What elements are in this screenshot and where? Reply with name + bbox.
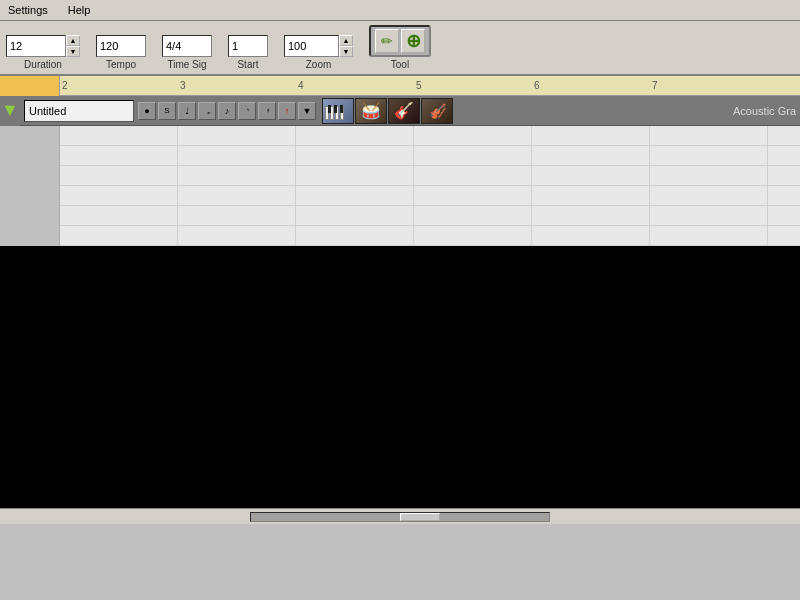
zoom-up-btn[interactable]: ▲ bbox=[339, 35, 353, 46]
grid-row-3 bbox=[60, 166, 800, 186]
cell-6-3[interactable] bbox=[296, 226, 414, 246]
note-whole-btn[interactable]: ♩ bbox=[178, 102, 196, 120]
zoom-down-btn[interactable]: ▼ bbox=[339, 46, 353, 57]
duration-input[interactable] bbox=[6, 35, 66, 57]
menu-bar: Settings Help bbox=[0, 0, 800, 21]
zoom-spinner: ▲ ▼ bbox=[339, 35, 353, 57]
note-half-btn[interactable]: 𝅗 bbox=[198, 102, 216, 120]
grid-row-1 bbox=[60, 126, 800, 146]
tool-label: Tool bbox=[391, 59, 409, 70]
cell-2-1[interactable] bbox=[60, 146, 178, 166]
cell-3-3[interactable] bbox=[296, 166, 414, 186]
tempo-group: Tempo bbox=[96, 35, 146, 70]
cell-4-6[interactable] bbox=[650, 186, 768, 206]
cell-6-6[interactable] bbox=[650, 226, 768, 246]
tempo-label: Tempo bbox=[106, 59, 136, 70]
start-label: Start bbox=[237, 59, 258, 70]
cell-5-6[interactable] bbox=[650, 206, 768, 226]
piano-roll-icon[interactable] bbox=[322, 98, 354, 124]
cell-5-2[interactable] bbox=[178, 206, 296, 226]
menu-help[interactable]: Help bbox=[64, 3, 95, 17]
mute-btn[interactable]: ● bbox=[138, 102, 156, 120]
cell-1-4[interactable] bbox=[414, 126, 532, 146]
track-row: ▼ ● S ♩ 𝅗 ♪ 𝄾 𝄿 ↑ ▼ bbox=[0, 96, 800, 126]
guitar-icon[interactable]: 🎸 bbox=[388, 98, 420, 124]
grid-row-2 bbox=[60, 146, 800, 166]
cell-1-6[interactable] bbox=[650, 126, 768, 146]
track-name-input[interactable] bbox=[24, 100, 134, 122]
cell-4-5[interactable] bbox=[532, 186, 650, 206]
timeline-num-2: 2 bbox=[60, 80, 178, 91]
zoom-input[interactable] bbox=[284, 35, 339, 57]
bottom-area bbox=[0, 246, 800, 508]
timeline-marker[interactable] bbox=[0, 76, 60, 96]
cell-5-1[interactable] bbox=[60, 206, 178, 226]
grid-row-6 bbox=[60, 226, 800, 246]
timesig-input[interactable] bbox=[162, 35, 212, 57]
cell-2-2[interactable] bbox=[178, 146, 296, 166]
cell-3-2[interactable] bbox=[178, 166, 296, 186]
timeline-num-6: 6 bbox=[532, 80, 650, 91]
solo-btn[interactable]: S bbox=[158, 102, 176, 120]
record-btn[interactable]: ↑ bbox=[278, 102, 296, 120]
tempo-input[interactable] bbox=[96, 35, 146, 57]
cell-5-5[interactable] bbox=[532, 206, 650, 226]
note-eighth-btn[interactable]: 𝄾 bbox=[238, 102, 256, 120]
timeline-num-5: 5 bbox=[414, 80, 532, 91]
cell-3-5[interactable] bbox=[532, 166, 650, 186]
tool-buttons: ✏ ⊕ bbox=[369, 25, 431, 57]
cell-2-4[interactable] bbox=[414, 146, 532, 166]
cell-4-2[interactable] bbox=[178, 186, 296, 206]
timeline-numbers: 2 3 4 5 6 7 bbox=[60, 80, 800, 91]
cell-6-2[interactable] bbox=[178, 226, 296, 246]
cell-1-3[interactable] bbox=[296, 126, 414, 146]
cell-6-1[interactable] bbox=[60, 226, 178, 246]
cell-6-4[interactable] bbox=[414, 226, 532, 246]
timesig-label: Time Sig bbox=[167, 59, 206, 70]
pencil-tool-btn[interactable]: ✏ bbox=[375, 29, 399, 53]
cell-3-1[interactable] bbox=[60, 166, 178, 186]
track-label-col bbox=[0, 126, 60, 246]
start-input[interactable] bbox=[228, 35, 268, 57]
cell-3-4[interactable] bbox=[414, 166, 532, 186]
cell-4-1[interactable] bbox=[60, 186, 178, 206]
track-expand-arrow[interactable]: ▼ bbox=[0, 96, 20, 126]
zoom-group: ▲ ▼ Zoom bbox=[284, 35, 353, 70]
duration-down-btn[interactable]: ▼ bbox=[66, 46, 80, 57]
cell-5-3[interactable] bbox=[296, 206, 414, 226]
drums-icon[interactable]: 🥁 bbox=[355, 98, 387, 124]
cell-1-2[interactable] bbox=[178, 126, 296, 146]
note-quarter-btn[interactable]: ♪ bbox=[218, 102, 236, 120]
note-sixteenth-btn[interactable]: 𝄿 bbox=[258, 102, 276, 120]
grid-row-5 bbox=[60, 206, 800, 226]
scrollbar-track[interactable] bbox=[250, 512, 550, 522]
zoom-label: Zoom bbox=[306, 59, 332, 70]
cell-6-5[interactable] bbox=[532, 226, 650, 246]
cell-5-4[interactable] bbox=[414, 206, 532, 226]
menu-settings[interactable]: Settings bbox=[4, 3, 52, 17]
cell-2-6[interactable] bbox=[650, 146, 768, 166]
timeline-num-3: 3 bbox=[178, 80, 296, 91]
cell-2-3[interactable] bbox=[296, 146, 414, 166]
plus-tool-btn[interactable]: ⊕ bbox=[401, 29, 425, 53]
timeline-bar: 2 3 4 5 6 7 bbox=[0, 76, 800, 96]
track-icons: ● S ♩ 𝅗 ♪ 𝄾 𝄿 ↑ ▼ bbox=[138, 102, 316, 120]
duration-up-btn[interactable]: ▲ bbox=[66, 35, 80, 46]
arrow-down-btn[interactable]: ▼ bbox=[298, 102, 316, 120]
duration-group: ▲ ▼ Duration bbox=[6, 35, 80, 70]
toolbar: ▲ ▼ Duration Tempo Time Sig Start ▲ ▼ bbox=[0, 21, 800, 76]
instrument-icons: 🥁 🎸 🎻 bbox=[322, 98, 453, 124]
cell-2-5[interactable] bbox=[532, 146, 650, 166]
strings-icon[interactable]: 🎻 bbox=[421, 98, 453, 124]
grid-content bbox=[60, 126, 800, 246]
duration-label: Duration bbox=[24, 59, 62, 70]
timeline-num-7: 7 bbox=[650, 80, 768, 91]
cell-1-1[interactable] bbox=[60, 126, 178, 146]
timeline-num-4: 4 bbox=[296, 80, 414, 91]
cell-1-5[interactable] bbox=[532, 126, 650, 146]
scrollbar-thumb[interactable] bbox=[400, 513, 440, 521]
cell-4-4[interactable] bbox=[414, 186, 532, 206]
acoustic-label: Acoustic Gra bbox=[733, 105, 800, 117]
cell-3-6[interactable] bbox=[650, 166, 768, 186]
cell-4-3[interactable] bbox=[296, 186, 414, 206]
